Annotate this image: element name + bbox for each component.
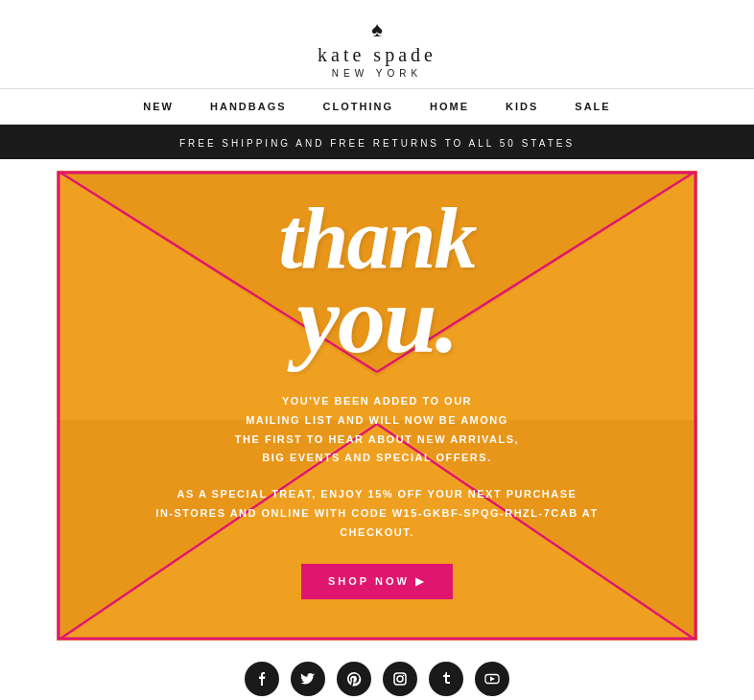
envelope-content: thank you. YOU'VE BEEN ADDED TO OUR MAIL…: [57, 171, 697, 641]
thank-you-heading: thank you.: [278, 199, 475, 363]
thank-line1: thank: [278, 199, 475, 277]
pinterest-icon[interactable]: [337, 662, 371, 696]
spade-icon: ♠: [371, 17, 383, 42]
twitter-icon[interactable]: [291, 662, 325, 696]
thank-line2: you.: [278, 277, 475, 363]
envelope-wrapper: thank you. YOU'VE BEEN ADDED TO OUR MAIL…: [57, 171, 697, 641]
nav-item-clothing[interactable]: CLOTHING: [323, 101, 393, 112]
youtube-icon[interactable]: [475, 662, 509, 696]
shop-now-button[interactable]: SHOP NOW ▶: [301, 564, 453, 599]
brand-city: NEW YORK: [332, 68, 422, 79]
svg-marker-12: [490, 677, 495, 682]
banner-text: FREE SHIPPING AND FREE RETURNS TO ALL 50…: [179, 138, 575, 149]
instagram-icon[interactable]: [383, 662, 417, 696]
promo-banner: FREE SHIPPING AND FREE RETURNS TO ALL 50…: [0, 125, 754, 159]
nav-item-handbags[interactable]: HANDBAGS: [210, 101, 287, 112]
special-offer-text: AS A SPECIAL TREAT, ENJOY 15% OFF YOUR N…: [155, 485, 598, 542]
svg-point-10: [403, 675, 405, 677]
body-text: YOU'VE BEEN ADDED TO OUR MAILING LIST AN…: [235, 392, 519, 468]
footer: GIFT CARDS CUSTOMER CARE STORE LOCATIONS: [0, 641, 754, 700]
nav-item-sale[interactable]: SALE: [575, 101, 610, 112]
main-nav: NEW HANDBAGS CLOTHING HOME KIDS SALE: [0, 88, 754, 125]
logo-area: ♠ kate spade NEW YORK: [318, 17, 436, 79]
tumblr-icon[interactable]: [429, 662, 463, 696]
main-content: thank you. YOU'VE BEEN ADDED TO OUR MAIL…: [0, 159, 754, 641]
svg-point-9: [397, 676, 403, 682]
nav-item-home[interactable]: HOME: [430, 101, 469, 112]
svg-rect-8: [394, 673, 406, 685]
nav-item-new[interactable]: NEW: [143, 101, 174, 112]
envelope: thank you. YOU'VE BEEN ADDED TO OUR MAIL…: [57, 171, 697, 641]
social-icons: [245, 662, 509, 696]
nav-item-kids[interactable]: KIDS: [506, 101, 538, 112]
brand-name: kate spade: [318, 44, 436, 66]
header: ♠ kate spade NEW YORK NEW HANDBAGS CLOTH…: [0, 0, 754, 125]
facebook-icon[interactable]: [245, 662, 279, 696]
